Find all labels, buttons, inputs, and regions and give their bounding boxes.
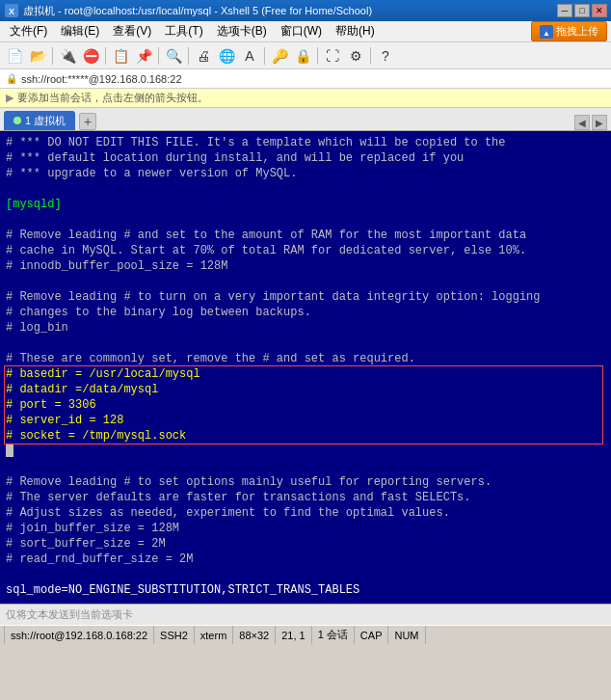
- disconnect-button[interactable]: ⛔: [80, 45, 101, 67]
- settings-button[interactable]: ⚙: [345, 45, 366, 67]
- menu-window[interactable]: 窗口(W): [275, 21, 328, 41]
- toolbar-separator-3: [158, 47, 159, 65]
- find-button[interactable]: 🔍: [163, 45, 184, 67]
- open-button[interactable]: 📂: [27, 45, 48, 67]
- status-cap: CAP: [355, 626, 389, 644]
- tab-bar: 1 虚拟机 + ◀ ▶: [0, 108, 611, 131]
- toolbar-separator-2: [105, 47, 106, 65]
- terminal-line: # log_bin: [6, 320, 605, 336]
- globe-button[interactable]: 🌐: [216, 45, 237, 67]
- key-button[interactable]: 🔑: [269, 45, 290, 67]
- terminal-line: # sort_buffer_size = 2M: [6, 536, 605, 552]
- terminal-line: # changes to the binary log between back…: [6, 305, 605, 320]
- terminal-line: # Remove leading # to turn on a very imp…: [6, 289, 605, 305]
- menu-tabs[interactable]: 选项卡(B): [211, 21, 273, 41]
- upload-icon: ▲: [540, 25, 553, 39]
- toolbar-separator-4: [188, 47, 189, 65]
- tab-prev-button[interactable]: ◀: [574, 115, 590, 130]
- tab-status-dot: [13, 117, 21, 124]
- close-button[interactable]: ✕: [592, 4, 607, 17]
- tab-navigation: ◀ ▶: [574, 115, 607, 130]
- status-protocol: SSH2: [154, 626, 195, 644]
- upload-button[interactable]: ▲ 拖拽上传: [531, 21, 607, 41]
- print-button[interactable]: 🖨: [193, 45, 214, 67]
- terminal-line: sql_mode=NO_ENGINE_SUBSTITUTION,STRICT_T…: [6, 582, 605, 598]
- terminal-line: [6, 567, 605, 582]
- toolbar-separator-1: [52, 47, 53, 65]
- add-tab-button[interactable]: +: [79, 113, 96, 130]
- svg-text:X: X: [9, 7, 14, 16]
- status-num: NUM: [388, 626, 425, 644]
- terminal-line: # Adjust sizes as needed, experiment to …: [6, 505, 605, 521]
- terminal-line: [6, 444, 605, 459]
- app-icon: X: [4, 3, 19, 18]
- terminal-line: # *** upgrade to a newer version of MySQ…: [6, 166, 605, 181]
- terminal-line: # join_buffer_size = 128M: [6, 521, 605, 536]
- terminal-line: # innodb_buffer_pool_size = 128M: [6, 258, 605, 274]
- status-bar: ssh://root@192.168.0.168:22 SSH2 xterm 8…: [0, 625, 611, 644]
- terminal-line: # cache in MySQL. Start at 70% of total …: [6, 243, 605, 258]
- bottom-input-bar: 仅将文本发送到当前选项卡: [0, 604, 611, 625]
- terminal-line: [6, 459, 605, 474]
- info-text: 要添加当前会话，点击左侧的箭头按钮。: [17, 91, 208, 105]
- fullscreen-button[interactable]: ⛶: [322, 45, 343, 67]
- terminal-line: # *** DO NOT EDIT THIS FILE. It's a temp…: [6, 135, 605, 150]
- svg-text:▲: ▲: [543, 29, 550, 38]
- paste-button[interactable]: 📌: [133, 45, 154, 67]
- terminal-line: # datadir =/data/mysql: [6, 382, 605, 397]
- menu-file[interactable]: 文件(F): [4, 21, 53, 41]
- font-button[interactable]: A: [239, 45, 260, 67]
- lock-icon: 🔒: [6, 73, 17, 84]
- toolbar-separator-7: [370, 47, 371, 65]
- terminal-line: # socket = /tmp/mysql.sock: [6, 428, 605, 444]
- terminal-line: [6, 336, 605, 351]
- menu-view[interactable]: 查看(V): [107, 21, 157, 41]
- terminal-line: [mysqld]: [6, 197, 605, 212]
- menu-help[interactable]: 帮助(H): [330, 21, 381, 41]
- info-arrow-icon: ▶: [6, 92, 13, 104]
- menu-tools[interactable]: 工具(T): [159, 21, 208, 41]
- upload-label: 拖拽上传: [556, 24, 598, 39]
- terminal-line: # read_rnd_buffer_size = 2M: [6, 552, 605, 567]
- minimize-button[interactable]: ─: [557, 4, 572, 17]
- lock-button[interactable]: 🔒: [292, 45, 313, 67]
- terminal-line: # The server defaults are faster for tra…: [6, 490, 605, 505]
- menu-edit[interactable]: 编辑(E): [55, 21, 105, 41]
- address-bar: 🔒 ssh://root:*****@192.168.0.168:22: [0, 69, 611, 89]
- toolbar-separator-5: [264, 47, 265, 65]
- terminal-line: # These are commonly set, remove the # a…: [6, 351, 605, 366]
- help-button[interactable]: ?: [375, 45, 396, 67]
- status-size: 88×32: [233, 626, 276, 644]
- status-terminal: xterm: [195, 626, 234, 644]
- terminal-line: # Remove leading # to set options mainly…: [6, 474, 605, 490]
- terminal-line: ~: [6, 598, 605, 604]
- terminal[interactable]: # *** DO NOT EDIT THIS FILE. It's a temp…: [0, 131, 611, 604]
- terminal-line: [6, 212, 605, 228]
- maximize-button[interactable]: □: [574, 4, 590, 17]
- info-bar: ▶ 要添加当前会话，点击左侧的箭头按钮。: [0, 89, 611, 108]
- terminal-line: # server_id = 128: [6, 413, 605, 428]
- copy-button[interactable]: 📋: [110, 45, 131, 67]
- connect-button[interactable]: 🔌: [57, 45, 78, 67]
- address-text[interactable]: ssh://root:*****@192.168.0.168:22: [21, 73, 182, 85]
- window-controls: ─ □ ✕: [557, 4, 607, 17]
- title-bar: X 虚拟机 - root@localhost:/usr/local/mysql …: [0, 0, 611, 21]
- menu-bar: 文件(F) 编辑(E) 查看(V) 工具(T) 选项卡(B) 窗口(W) 帮助(…: [0, 21, 611, 42]
- status-connection: ssh://root@192.168.0.168:22: [4, 626, 154, 644]
- toolbar: 📄 📂 🔌 ⛔ 📋 📌 🔍 🖨 🌐 A 🔑 🔒 ⛶ ⚙ ?: [0, 42, 611, 69]
- terminal-line: [6, 181, 605, 197]
- bottom-input-placeholder: 仅将文本发送到当前选项卡: [6, 607, 133, 622]
- terminal-line: # *** default location during install, a…: [6, 150, 605, 166]
- new-session-button[interactable]: 📄: [4, 45, 25, 67]
- tab-1-label: 1 虚拟机: [25, 114, 66, 128]
- terminal-line: # Remove leading # and set to the amount…: [6, 228, 605, 243]
- tab-next-button[interactable]: ▶: [592, 115, 607, 130]
- tab-1[interactable]: 1 虚拟机: [4, 111, 75, 130]
- toolbar-separator-6: [317, 47, 318, 65]
- title-text: 虚拟机 - root@localhost:/usr/local/mysql - …: [23, 4, 557, 18]
- terminal-line: [6, 274, 605, 289]
- terminal-line: # basedir = /usr/local/mysql: [6, 366, 605, 382]
- status-sessions: 1 会话: [312, 626, 355, 644]
- status-position: 21, 1: [276, 626, 311, 644]
- terminal-line: # port = 3306: [6, 397, 605, 413]
